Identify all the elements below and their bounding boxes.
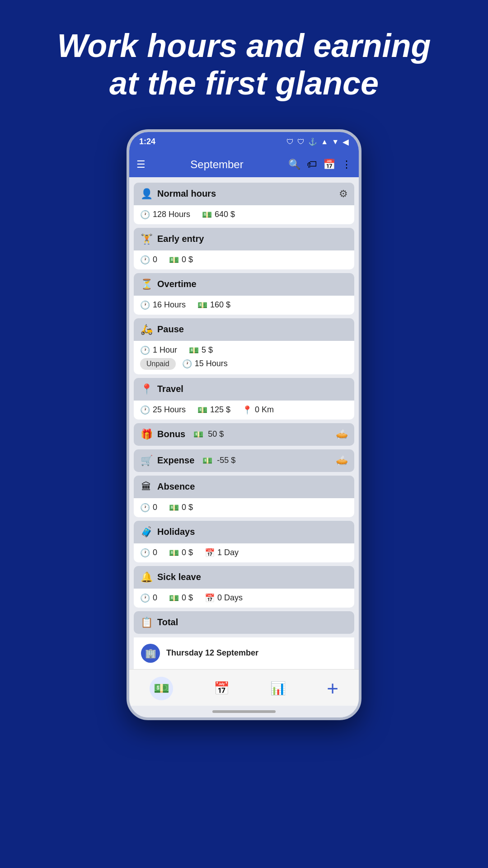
- unpaid-badge: Unpaid: [140, 358, 176, 370]
- sick-leave-days: 📅 0 Days: [205, 593, 243, 603]
- unpaid-hours-value: 15 Hours: [195, 359, 228, 368]
- settings-gear-icon[interactable]: ⚙: [339, 188, 348, 200]
- bonus-section: 🎁 Bonus 💵 50 $ 🥧: [134, 423, 354, 446]
- vpn-icon: 🛡: [297, 138, 305, 146]
- search-icon[interactable]: 🔍: [288, 159, 300, 170]
- holidays-pay-value: 0 $: [182, 548, 193, 557]
- pause-pay: 💵 5 $: [189, 345, 213, 355]
- normal-hours-time: 🕐 128 Hours: [140, 210, 190, 220]
- normal-hours-pay: 💵 640 $: [202, 210, 235, 220]
- pause-row1: 🕐 1 Hour 💵 5 $: [140, 345, 222, 355]
- bonus-icon: 🎁: [140, 429, 153, 440]
- add-nav-icon[interactable]: +: [327, 677, 338, 700]
- normal-hours-icon: 👤: [140, 188, 153, 200]
- nav-calendar[interactable]: 📅: [214, 681, 230, 696]
- early-entry-pay: 💵 0 $: [169, 255, 193, 265]
- bonus-title: Bonus: [157, 429, 185, 439]
- absence-pay-value: 0 $: [182, 503, 193, 512]
- early-entry-pay-value: 0 $: [182, 255, 193, 264]
- wifi-icon: ▼: [332, 138, 339, 146]
- home-bar: [212, 710, 276, 713]
- travel-data: 🕐 25 Hours 💵 125 $ 📍 0 Km: [134, 401, 354, 420]
- status-bar: 1:24 🛡 🛡 ⚓ ▲ ▼ ◀: [129, 132, 359, 152]
- more-icon[interactable]: ⋮: [342, 159, 352, 170]
- early-entry-header: 🏋 Early entry: [134, 228, 354, 250]
- sick-leave-hours-value: 0: [153, 593, 157, 603]
- bonus-value: 50 $: [208, 429, 224, 439]
- total-section: 📋 Total: [134, 611, 354, 634]
- clock-icon: 🕐: [182, 359, 192, 369]
- expense-section: 🛒 Expense 💵 -55 $ 🥧: [134, 449, 354, 472]
- overtime-section: ⏳ Overtime 🕐 16 Hours 💵 160 $: [134, 273, 354, 315]
- bonus-pie-icon: 🥧: [336, 429, 348, 440]
- phone-mockup: 1:24 🛡 🛡 ⚓ ▲ ▼ ◀ ☰ September 🔍 🏷 📅 ⋮ 👤 N…: [127, 129, 361, 720]
- holidays-time: 🕐 0: [140, 548, 157, 558]
- expense-pie-icon: 🥧: [336, 455, 348, 467]
- sick-leave-header: 🔔 Sick leave: [134, 566, 354, 589]
- total-header: 📋 Total: [134, 611, 354, 634]
- absence-icon: 🏛: [140, 481, 153, 493]
- calendar-icon[interactable]: 📅: [323, 159, 335, 170]
- headline: Work hours and earning at the first glan…: [21, 27, 467, 102]
- clock-icon: 🕐: [140, 548, 150, 558]
- nav-earnings[interactable]: 💵: [150, 677, 173, 700]
- pause-section: 🛵 Pause 🕐 1 Hour 💵 5 $ Unpaid 🕐: [134, 318, 354, 374]
- pause-title: Pause: [157, 324, 348, 335]
- pause-icon: 🛵: [140, 324, 153, 335]
- early-entry-data: 🕐 0 💵 0 $: [134, 250, 354, 269]
- overtime-header: ⏳ Overtime: [134, 273, 354, 296]
- pause-time: 🕐 1 Hour: [140, 345, 177, 355]
- absence-hours-value: 0: [153, 503, 157, 512]
- headline-line1: Work hours and earning: [57, 28, 431, 64]
- holidays-data: 🕐 0 💵 0 $ 📅 1 Day: [134, 543, 354, 562]
- travel-distance: 📍 0 Km: [242, 405, 274, 415]
- app-toolbar: ☰ September 🔍 🏷 📅 ⋮: [129, 152, 359, 177]
- travel-pay-value: 125 $: [210, 405, 230, 415]
- expense-icon: 🛒: [140, 455, 153, 467]
- nav-list[interactable]: 📊: [270, 681, 286, 696]
- travel-time: 🕐 25 Hours: [140, 405, 186, 415]
- holidays-section: 🧳 Holidays 🕐 0 💵 0 $ 📅 1 Day: [134, 521, 354, 562]
- money-icon: 💵: [202, 210, 212, 220]
- normal-hours-pay-value: 640 $: [215, 210, 235, 219]
- headline-line2: at the first glance: [109, 65, 379, 101]
- sick-leave-title: Sick leave: [157, 572, 348, 582]
- clock-icon: 🕐: [140, 210, 150, 220]
- expense-value: -55 $: [217, 456, 235, 465]
- earnings-nav-icon: 💵: [154, 681, 169, 696]
- normal-hours-section: 👤 Normal hours ⚙ 🕐 128 Hours 💵 640 $: [134, 183, 354, 224]
- money-icon: 💵: [169, 503, 179, 513]
- absence-section: 🏛 Absence 🕐 0 💵 0 $: [134, 476, 354, 517]
- toolbar-title: September: [151, 158, 283, 171]
- absence-time: 🕐 0: [140, 503, 157, 513]
- overtime-hours-value: 16 Hours: [153, 300, 186, 310]
- holidays-hours-value: 0: [153, 548, 157, 557]
- menu-button[interactable]: ☰: [136, 159, 145, 170]
- status-time: 1:24: [139, 137, 155, 146]
- normal-hours-title: Normal hours: [157, 189, 334, 199]
- sick-leave-section: 🔔 Sick leave 🕐 0 💵 0 $ 📅 0 Days: [134, 566, 354, 608]
- total-icon: 📋: [140, 617, 153, 628]
- expense-money-icon: 💵: [202, 456, 212, 466]
- nav-earnings-active: 💵: [150, 677, 173, 700]
- overtime-data: 🕐 16 Hours 💵 160 $: [134, 296, 354, 315]
- company-icon: 🏢: [141, 644, 160, 663]
- anchor-icon: ⚓: [308, 137, 317, 146]
- bottom-navigation: 💵 📅 📊 +: [129, 669, 359, 706]
- date-bar: 🏢 Thursday 12 September: [134, 637, 354, 669]
- nav-add[interactable]: +: [327, 677, 338, 700]
- absence-data: 🕐 0 💵 0 $: [134, 498, 354, 517]
- clock-icon: 🕐: [140, 405, 150, 415]
- normal-hours-data: 🕐 128 Hours 💵 640 $: [134, 205, 354, 224]
- sick-leave-pay-value: 0 $: [182, 593, 193, 603]
- calendar-nav-icon: 📅: [214, 681, 230, 696]
- pause-row2: Unpaid 🕐 15 Hours: [140, 358, 228, 370]
- bonus-money-icon: 💵: [193, 429, 203, 439]
- total-title: Total: [157, 617, 348, 627]
- travel-icon: 📍: [140, 383, 153, 395]
- tag-icon[interactable]: 🏷: [307, 159, 317, 170]
- holidays-pay: 💵 0 $: [169, 548, 193, 558]
- location-icon: 📍: [242, 405, 252, 415]
- home-indicator: [129, 706, 359, 717]
- pause-data: 🕐 1 Hour 💵 5 $ Unpaid 🕐 15 Hours: [134, 341, 354, 374]
